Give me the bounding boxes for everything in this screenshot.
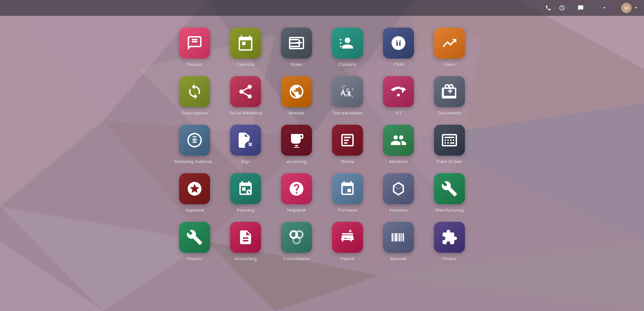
app-item-documents[interactable]: Documents	[424, 71, 475, 120]
svg-point-21	[197, 241, 200, 243]
app-item-project[interactable]: Project	[424, 217, 475, 266]
app-item-subscriptions[interactable]: Subscriptions	[169, 71, 220, 120]
subscriptions-icon	[179, 76, 210, 107]
inventory-label: Inventory	[389, 208, 407, 214]
manufacturing-icon	[434, 173, 465, 204]
sales-label: Sales	[444, 62, 455, 68]
app-item-contacts[interactable]: Contacts	[322, 23, 373, 71]
elearning-icon	[281, 125, 312, 156]
inventory-icon	[383, 173, 414, 204]
top-navbar: M	[0, 0, 644, 16]
svg-rect-17	[340, 42, 341, 44]
app-item-marketing-automat[interactable]: Marketing Automat...	[169, 120, 220, 168]
phone-button[interactable]	[542, 3, 554, 12]
app-item-website[interactable]: Website	[271, 71, 322, 120]
app-item-appraisal[interactable]: Appraisal	[169, 168, 220, 217]
app-item-sign[interactable]: Sign	[220, 120, 271, 168]
rental-label: Rental	[341, 159, 354, 165]
website-label: Website	[289, 111, 305, 116]
crm-icon	[383, 28, 414, 59]
appraisal-icon	[179, 173, 210, 204]
svg-rect-18	[340, 46, 341, 47]
app-item-discuss[interactable]: Discuss	[169, 23, 220, 71]
helpdesk-label: Helpdesk	[287, 208, 306, 214]
app-row-1: SubscriptionsSocial MarketingWebsiteTest…	[169, 71, 475, 120]
notes-label: Notes	[291, 62, 302, 68]
app-item-members[interactable]: Members	[373, 120, 424, 168]
app-item-sales[interactable]: Sales	[424, 23, 475, 71]
manufacturing-label: Manufacturing	[435, 208, 464, 214]
rental-icon	[332, 125, 363, 156]
social-marketing-icon	[230, 76, 261, 107]
app-item-accounting[interactable]: Accounting	[220, 217, 271, 266]
app-item-rental[interactable]: Rental	[322, 120, 373, 168]
planning-icon	[230, 173, 261, 204]
nav-separator	[595, 4, 595, 12]
calendar-label: Calendar	[237, 62, 255, 68]
test-translation-label: Test translation	[332, 111, 362, 116]
chat-badge	[585, 8, 589, 8]
app-item-calendar[interactable]: Calendar	[220, 23, 271, 71]
svg-point-19	[193, 138, 197, 142]
app-item-planning[interactable]: Planning	[220, 168, 271, 217]
clock-button[interactable]	[556, 3, 573, 12]
app-item-notes[interactable]: Notes	[271, 23, 322, 71]
payroll-label: Payroll	[341, 256, 354, 262]
svg-rect-16	[340, 39, 341, 40]
app-item-payroll[interactable]: Payroll	[322, 217, 373, 266]
app-item-barcode[interactable]: Barcode	[373, 217, 424, 266]
repairs-icon	[179, 222, 210, 253]
app-item-purchase[interactable]: Purchase	[322, 168, 373, 217]
members-label: Members	[389, 159, 408, 165]
sign-label: Sign	[241, 159, 250, 165]
chat-button[interactable]	[575, 3, 591, 12]
point-of-sale-label: Point of Sale	[437, 159, 462, 165]
marketing-automat-label: Marketing Automat...	[174, 159, 215, 165]
app-row-2: Marketing Automat...SigneLearningRentalM…	[169, 120, 475, 168]
sales-icon	[434, 28, 465, 59]
app-item-elearning[interactable]: eLearning	[271, 120, 322, 168]
appraisal-label: Appraisal	[185, 208, 204, 214]
test-translation-icon	[332, 76, 363, 107]
iot-label: IoT	[395, 111, 402, 116]
user-avatar: M	[621, 3, 632, 13]
elearning-label: eLearning	[287, 159, 307, 165]
app-item-inventory[interactable]: Inventory	[373, 168, 424, 217]
project-icon	[434, 222, 465, 253]
close-button[interactable]	[611, 7, 616, 9]
app-item-helpdesk[interactable]: Helpdesk	[271, 168, 322, 217]
app-item-point-of-sale[interactable]: Point of Sale	[424, 120, 475, 168]
app-row-3: AppraisalPlanningHelpdeskPurchaseInvento…	[169, 168, 475, 217]
app-item-test-translation[interactable]: Test translation	[322, 71, 373, 120]
payroll-icon	[332, 222, 363, 253]
documents-icon	[434, 76, 465, 107]
social-marketing-label: Social Marketing	[229, 111, 262, 116]
discuss-label: Discuss	[187, 62, 202, 68]
app-item-consolidation[interactable]: Consolidation	[271, 217, 322, 266]
user-menu[interactable]: M	[619, 1, 641, 14]
members-icon	[383, 125, 414, 156]
notes-icon	[281, 28, 312, 59]
purchase-label: Purchase	[338, 208, 357, 214]
consolidation-icon	[281, 222, 312, 253]
company-selector[interactable]	[599, 5, 609, 11]
project-label: Project	[443, 256, 456, 262]
app-row-4: RepairsAccountingConsolidationPayrollBar…	[169, 217, 475, 266]
app-item-iot[interactable]: IoT	[373, 71, 424, 120]
accounting-icon	[230, 222, 261, 253]
app-item-manufacturing[interactable]: Manufacturing	[424, 168, 475, 217]
consolidation-label: Consolidation	[283, 256, 310, 262]
subscriptions-label: Subscriptions	[181, 111, 208, 116]
app-item-repairs[interactable]: Repairs	[169, 217, 220, 266]
purchase-icon	[332, 173, 363, 204]
app-item-crm[interactable]: CRM	[373, 23, 424, 71]
contacts-label: Contacts	[339, 62, 356, 68]
app-row-0: DiscussCalendarNotesContactsCRMSales	[169, 23, 475, 71]
calendar-icon	[230, 28, 261, 59]
crm-label: CRM	[393, 62, 404, 68]
planning-label: Planning	[237, 208, 255, 214]
svg-point-25	[349, 230, 352, 232]
marketing-automat-icon	[179, 125, 210, 156]
app-item-social-marketing[interactable]: Social Marketing	[220, 71, 271, 120]
discuss-icon	[179, 28, 210, 59]
